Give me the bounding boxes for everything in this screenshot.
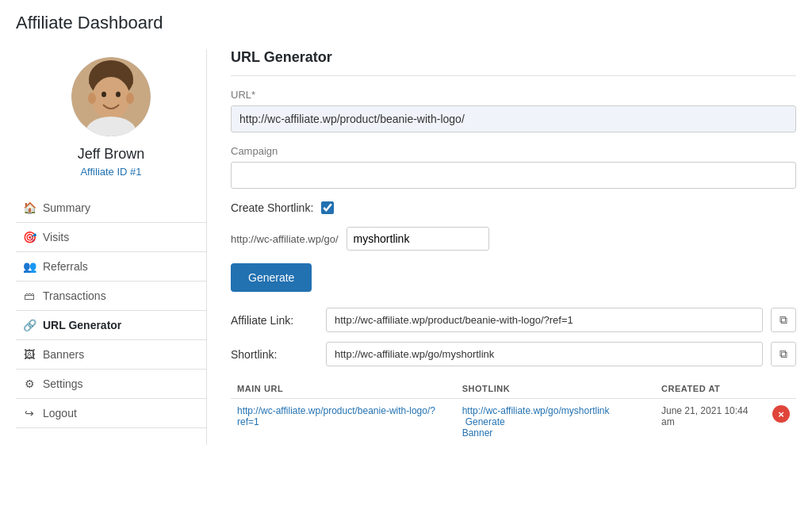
col-actions [766, 379, 796, 399]
referrals-icon: 👥 [22, 260, 36, 273]
logout-icon: ↪ [22, 407, 36, 419]
url-input[interactable] [231, 105, 796, 132]
transactions-icon: 🗃 [22, 289, 36, 302]
campaign-form-group: Campaign [231, 145, 796, 189]
cell-created-at: June 21, 2021 10:44 am [655, 399, 766, 446]
history-table: MAIN URL SHOTLINK CREATED AT http://wc-a… [231, 379, 796, 445]
shortlink-prefix-row: http://wc-affiliate.wp/go/ [231, 227, 796, 251]
generate-button[interactable]: Generate [231, 263, 312, 292]
main-url-link[interactable]: http://wc-affiliate.wp/product/beanie-wi… [237, 405, 435, 427]
copy-icon: ⧉ [779, 313, 787, 326]
banners-icon: 🖼 [22, 348, 36, 361]
banner-link[interactable]: Banner [462, 427, 493, 439]
section-title: URL Generator [231, 49, 796, 76]
nav-label-logout: Logout [43, 407, 77, 419]
shortlink-result-label: Shortlink: [231, 348, 318, 361]
nav-item-summary[interactable]: 🏠 Summary [16, 193, 206, 223]
url-form-group: URL* [231, 89, 796, 132]
cell-actions: × [766, 399, 796, 446]
nav-link-banners[interactable]: 🖼 Banners [16, 340, 206, 369]
page-title: Affiliate Dashboard [16, 13, 796, 33]
nav-item-banners[interactable]: 🖼 Banners [16, 340, 206, 370]
nav-item-transactions[interactable]: 🗃 Transactions [16, 282, 206, 311]
nav-link-referrals[interactable]: 👥 Referrals [16, 252, 206, 281]
copy-affiliate-link-button[interactable]: ⧉ [771, 308, 796, 332]
col-shotlink: SHOTLINK [456, 379, 655, 399]
campaign-label: Campaign [231, 145, 796, 157]
svg-point-4 [116, 92, 121, 98]
url-generator-icon: 🔗 [22, 319, 36, 331]
svg-point-3 [102, 92, 106, 98]
table-header-row: MAIN URL SHOTLINK CREATED AT [231, 379, 796, 399]
nav-label-referrals: Referrals [43, 260, 88, 273]
settings-icon: ⚙ [22, 377, 36, 390]
visits-icon: 🎯 [22, 231, 36, 243]
nav-label-visits: Visits [43, 231, 69, 243]
page-wrapper: Affiliate Dashboard [0, 0, 812, 521]
shortlink-result-row: Shortlink: ⧉ [231, 342, 796, 366]
nav-item-logout[interactable]: ↪ Logout [16, 399, 206, 428]
nav-link-visits[interactable]: 🎯 Visits [16, 223, 206, 251]
nav-label-transactions: Transactions [43, 289, 106, 302]
affiliate-link-input[interactable] [326, 308, 763, 332]
nav-link-summary[interactable]: 🏠 Summary [16, 193, 206, 222]
delete-row-button[interactable]: × [772, 405, 790, 423]
content-area: URL Generator URL* Campaign Create Short… [206, 49, 796, 445]
table-row: http://wc-affiliate.wp/product/beanie-wi… [231, 399, 796, 446]
nav-link-transactions[interactable]: 🗃 Transactions [16, 282, 206, 310]
shortlink-keyword-input[interactable] [347, 227, 489, 251]
copy-shortlink-button[interactable]: ⧉ [771, 342, 796, 366]
nav-item-url-generator[interactable]: 🔗 URL Generator [16, 311, 206, 340]
copy-icon-2: ⧉ [779, 347, 787, 360]
user-name: Jeff Brown [78, 146, 145, 163]
svg-point-6 [88, 93, 96, 104]
svg-point-2 [92, 77, 130, 120]
col-created-at: CREATED AT [655, 379, 766, 399]
main-layout: Jeff Brown Affiliate ID #1 🏠 Summary 🎯 V… [16, 49, 796, 445]
svg-point-7 [126, 93, 134, 104]
create-shortlink-row: Create Shortlink: [231, 201, 796, 214]
campaign-input[interactable] [231, 162, 796, 189]
nav-item-visits[interactable]: 🎯 Visits [16, 223, 206, 252]
nav-link-settings[interactable]: ⚙ Settings [16, 370, 206, 398]
nav-item-referrals[interactable]: 👥 Referrals [16, 252, 206, 282]
cell-shotlink: http://wc-affiliate.wp/go/myshortlink Ge… [456, 399, 655, 446]
nav-link-url-generator[interactable]: 🔗 URL Generator [16, 311, 206, 339]
nav-item-settings[interactable]: ⚙ Settings [16, 370, 206, 399]
nav-label-summary: Summary [43, 201, 90, 214]
nav-label-url-generator: URL Generator [43, 319, 121, 331]
nav-label-banners: Banners [43, 348, 84, 361]
shortlink-prefix: http://wc-affiliate.wp/go/ [231, 233, 339, 245]
col-main-url: MAIN URL [231, 379, 456, 399]
home-icon: 🏠 [22, 201, 36, 214]
create-shortlink-label: Create Shortlink: [231, 201, 313, 214]
shortlink-result-input[interactable] [326, 342, 763, 366]
avatar [71, 57, 151, 136]
create-shortlink-checkbox[interactable] [321, 201, 334, 214]
affiliate-id: Affiliate ID #1 [80, 166, 141, 178]
nav-label-settings: Settings [43, 377, 83, 390]
url-label: URL* [231, 89, 796, 101]
affiliate-link-row: Affiliate Link: ⧉ [231, 308, 796, 332]
generate-link[interactable]: Generate [465, 416, 505, 427]
nav-menu: 🏠 Summary 🎯 Visits 👥 Referrals [16, 193, 206, 428]
cell-main-url: http://wc-affiliate.wp/product/beanie-wi… [231, 399, 456, 446]
affiliate-link-label: Affiliate Link: [231, 314, 318, 327]
sidebar: Jeff Brown Affiliate ID #1 🏠 Summary 🎯 V… [16, 49, 206, 445]
shotlink-url-link[interactable]: http://wc-affiliate.wp/go/myshortlink [462, 405, 610, 416]
nav-link-logout[interactable]: ↪ Logout [16, 399, 206, 427]
